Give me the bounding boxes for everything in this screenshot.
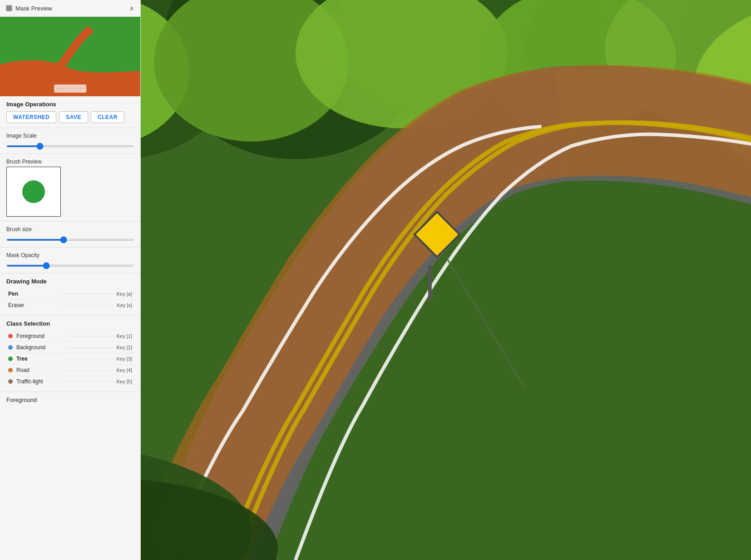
mask-preview-header: Mask Preview ∧ (0, 0, 140, 17)
brush-circle (22, 180, 45, 203)
save-button[interactable]: SAVE (59, 111, 88, 123)
brush-preview-box (6, 167, 61, 217)
class-road[interactable]: Road Key [4] (6, 365, 134, 376)
drawing-mode-table: Pen Key [a] Eraser Key [s] (6, 288, 134, 311)
mask-opacity-label: Mask Opacity (6, 252, 134, 258)
tree-dot (8, 357, 13, 361)
brush-size-slider[interactable] (6, 239, 134, 241)
collapse-button[interactable]: ∧ (128, 4, 135, 13)
image-operations-title: Image Operations (6, 101, 134, 108)
foreground-bottom-label: Foreground (0, 392, 140, 408)
mask-dots-indicator: · · · · · · (54, 84, 87, 93)
class-foreground[interactable]: Foreground Key [1] (6, 331, 134, 342)
class-selection-title: Class Selection (6, 320, 134, 327)
traffic-light-dot (8, 379, 13, 384)
image-scale-section: Image Scale (0, 128, 140, 154)
class-traffic-light[interactable]: Traffic-light Key [5] (6, 376, 134, 387)
foreground-dot (8, 334, 13, 338)
mode-pen[interactable]: Pen Key [a] (6, 288, 134, 300)
drawing-mode-section: Drawing Mode Pen Key [a] Eraser Key [s] (0, 273, 140, 316)
brush-size-label: Brush size (6, 226, 134, 233)
mask-opacity-section: Mask Opacity (0, 248, 140, 273)
svg-rect-1 (7, 6, 11, 10)
bg-forest (141, 0, 751, 560)
main-content (141, 0, 751, 560)
mask-opacity-slider[interactable] (6, 265, 134, 267)
brush-preview-label: Brush Preview (6, 159, 134, 165)
image-container (141, 0, 751, 560)
image-operations-buttons: WATERSHED SAVE CLEAR (6, 111, 134, 123)
image-scale-slider[interactable] (6, 145, 134, 147)
sidebar: Mask Preview ∧ · · · · · · Image Operati… (0, 0, 141, 560)
mask-icon (5, 5, 13, 12)
brush-size-section: Brush size (0, 222, 140, 248)
traffic-light-dots (66, 382, 114, 382)
background-dots (66, 347, 114, 348)
class-tree[interactable]: Tree Key [3] (6, 353, 134, 365)
image-operations-section: Image Operations WATERSHED SAVE CLEAR (0, 96, 140, 128)
class-selection-section: Class Selection Foreground Key [1] Backg… (0, 316, 140, 392)
road-dot (8, 368, 13, 372)
tree-dots (66, 359, 114, 359)
class-background[interactable]: Background Key [2] (6, 342, 134, 353)
road-dots (66, 370, 114, 371)
image-scale-label: Image Scale (6, 133, 134, 139)
mask-preview-label: Mask Preview (15, 5, 52, 12)
mode-eraser[interactable]: Eraser Key [s] (6, 300, 134, 311)
mode-pen-dots (62, 294, 114, 294)
mask-preview-canvas: · · · · · · (0, 17, 140, 96)
watershed-button[interactable]: WATERSHED (6, 111, 56, 123)
mode-eraser-dots (63, 305, 114, 306)
background-dot (8, 345, 13, 350)
mask-preview-title-group: Mask Preview (5, 5, 52, 12)
drawing-mode-title: Drawing Mode (6, 278, 134, 285)
class-list: Foreground Key [1] Background Key [2] Tr… (6, 331, 134, 387)
clear-button[interactable]: CLEAR (91, 111, 124, 123)
foreground-dots (66, 336, 114, 337)
brush-preview-section: Brush Preview (0, 154, 140, 222)
